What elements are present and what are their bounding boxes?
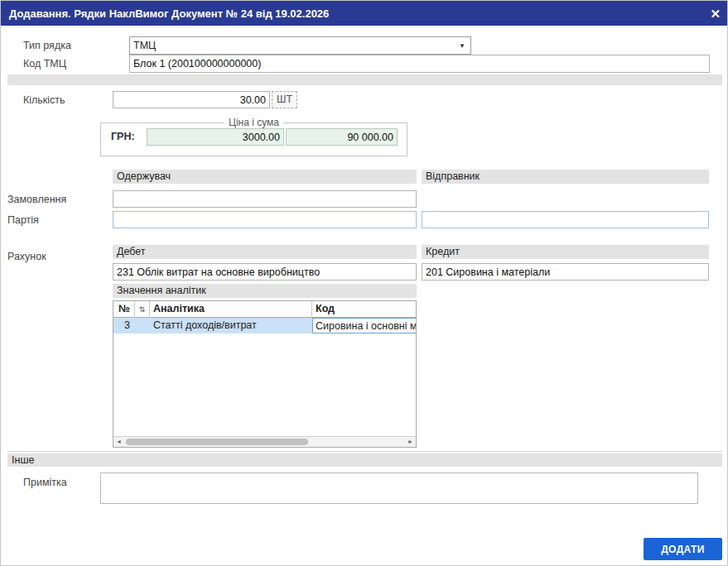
add-button[interactable]: ДОДАТИ xyxy=(644,538,722,560)
scrollbar-thumb[interactable] xyxy=(126,439,308,445)
order-input[interactable] xyxy=(113,190,417,208)
quantity-unit-field: ШТ xyxy=(272,91,297,108)
account-label: Рахунок xyxy=(7,251,46,262)
analytics-table: № ⇅ Аналітика Код 3 Статті доходів/витра… xyxy=(113,300,417,448)
column-header-code[interactable]: Код xyxy=(312,301,416,318)
sort-icon[interactable]: ⇅ xyxy=(135,301,150,318)
table-row[interactable]: 3 Статті доходів/витрат Сировина і основ… xyxy=(113,318,416,333)
section-divider xyxy=(7,451,722,452)
analytics-section-header: Значення аналітик xyxy=(113,284,417,298)
row-analytics-cell: Статті доходів/витрат xyxy=(150,318,312,333)
horizontal-scrollbar[interactable]: ◄ ► xyxy=(113,436,416,447)
note-textarea[interactable] xyxy=(100,472,698,504)
quantity-input[interactable] xyxy=(113,91,270,108)
row-type-label: Тип рядка xyxy=(23,40,71,51)
sender-section-header: Відправник xyxy=(422,170,709,184)
other-section-header: Інше xyxy=(7,453,722,467)
currency-label: ГРН: xyxy=(111,131,135,142)
order-label: Замовлення xyxy=(7,194,66,205)
quantity-label: Кількість xyxy=(23,94,65,106)
close-icon[interactable]: ✕ xyxy=(710,7,721,20)
row-num-cell: 3 xyxy=(113,318,135,333)
scroll-right-icon[interactable]: ► xyxy=(405,437,416,447)
row-type-combobox[interactable]: ТМЦ ▼ xyxy=(129,36,471,55)
receiver-section-header: Одержувач xyxy=(113,170,417,184)
tmc-code-label: Код ТМЦ xyxy=(23,58,66,70)
dialog-title: Додавання. Рядки НаклВимог Документ № 24… xyxy=(9,7,329,20)
batch-label: Партія xyxy=(7,214,39,226)
analytics-table-header: № ⇅ Аналітика Код xyxy=(113,301,416,318)
batch-sender-input[interactable] xyxy=(422,211,709,228)
note-label: Примітка xyxy=(23,477,67,488)
row-code-cell[interactable]: Сировина і основні м xyxy=(312,318,417,333)
add-row-dialog: Додавання. Рядки НаклВимог Документ № 24… xyxy=(0,0,728,566)
price-input[interactable] xyxy=(147,128,284,146)
column-header-num[interactable]: № xyxy=(113,301,135,318)
amount-input[interactable] xyxy=(286,128,398,146)
row-type-value: ТМЦ xyxy=(133,40,156,51)
tmc-code-input[interactable] xyxy=(129,55,710,73)
price-sum-legend: Ціна і сума xyxy=(224,117,283,128)
debit-account-input[interactable] xyxy=(113,263,417,281)
chevron-down-icon: ▼ xyxy=(459,42,465,50)
price-sum-group: Ціна і сума ГРН: xyxy=(100,117,407,156)
section-bar-empty xyxy=(7,74,722,85)
scroll-left-icon[interactable]: ◄ xyxy=(113,437,124,447)
credit-section-header: Кредит xyxy=(422,245,709,259)
dialog-titlebar: Додавання. Рядки НаклВимог Документ № 24… xyxy=(1,1,728,26)
debit-section-header: Дебет xyxy=(113,245,417,259)
credit-account-input[interactable] xyxy=(422,263,709,281)
batch-receiver-input[interactable] xyxy=(113,211,417,228)
column-header-analytics[interactable]: Аналітика xyxy=(150,301,312,318)
